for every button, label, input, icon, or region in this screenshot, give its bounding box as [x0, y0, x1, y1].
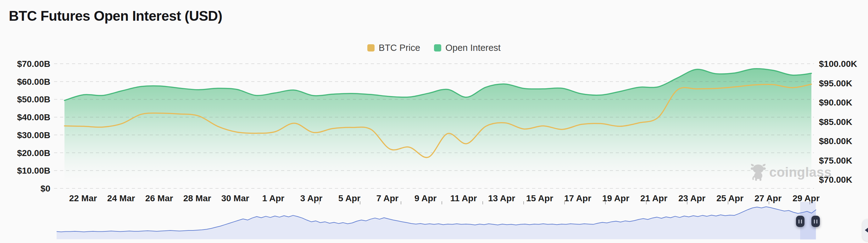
coinglass-oi-chart-page: BTC Futures Open Interest (USD) BTC Pric…: [0, 0, 868, 243]
navigator-area: [57, 207, 816, 240]
right-panel-toggle-button[interactable]: [862, 219, 868, 241]
chevron-left-icon: [865, 227, 868, 234]
navigator-left-handle[interactable]: [796, 216, 804, 227]
navigator-right-handle[interactable]: [811, 216, 820, 227]
timeline-navigator[interactable]: [0, 0, 868, 243]
pause-bars-icon: [799, 219, 800, 223]
pause-bars-icon: [814, 219, 815, 223]
